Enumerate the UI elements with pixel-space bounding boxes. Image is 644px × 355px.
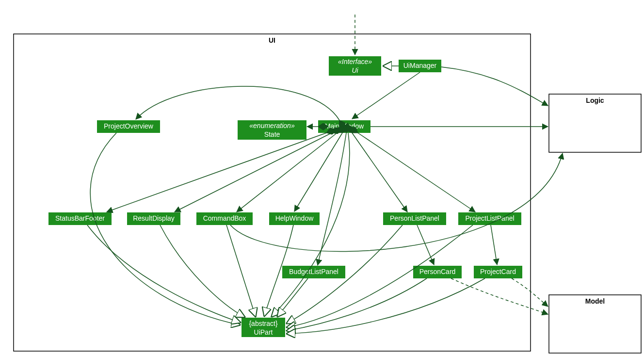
node-interface-ui-stereotype: «Interface» (338, 58, 372, 65)
node-person-list-panel-label: PersonListPanel (390, 214, 439, 222)
node-ui-manager-label: UiManager (403, 62, 437, 69)
node-command-box: CommandBox (196, 212, 253, 225)
node-ui-manager: UiManager (399, 60, 441, 72)
node-ui-part: {abstract} UiPart (242, 318, 285, 337)
node-project-overview: ProjectOverview (97, 120, 160, 133)
node-result-display: ResultDisplay (127, 212, 180, 225)
node-help-window-label: HelpWindow (275, 214, 314, 222)
node-ui-part-stereotype: {abstract} (249, 320, 277, 327)
node-result-display-label: ResultDisplay (133, 214, 175, 222)
node-enum-state: «enumeration» State (238, 120, 306, 140)
node-main-window-label: MainWindow (325, 122, 364, 130)
node-budget-list-panel: BudgetListPanel (282, 266, 345, 278)
node-help-window: HelpWindow (269, 212, 320, 225)
package-model-title: Model (585, 297, 605, 305)
node-interface-ui: «Interface» Ui (329, 56, 381, 76)
node-person-card: PersonCard (413, 266, 462, 278)
node-status-bar-footer: StatusBarFooter (48, 212, 112, 225)
node-project-card-label: ProjectCard (480, 268, 516, 275)
node-enum-state-name: State (264, 130, 280, 138)
node-ui-part-name: UiPart (254, 328, 273, 336)
package-logic-title: Logic (586, 97, 604, 104)
node-status-bar-footer-label: StatusBarFooter (55, 214, 105, 222)
package-ui-title: UI (269, 36, 275, 44)
node-interface-ui-name: Ui (352, 66, 358, 74)
node-enum-state-stereotype: «enumeration» (249, 122, 295, 129)
node-project-list-panel: ProjectListPanel (458, 212, 521, 225)
node-person-card-label: PersonCard (419, 268, 456, 275)
uml-diagram: UI Logic Model «Interface» Ui UiManager … (0, 0, 644, 355)
node-project-overview-label: ProjectOverview (104, 122, 154, 130)
package-ui (14, 34, 531, 351)
node-project-card: ProjectCard (474, 266, 522, 278)
node-person-list-panel: PersonListPanel (383, 212, 446, 225)
node-main-window: MainWindow (318, 120, 370, 133)
node-command-box-label: CommandBox (203, 214, 246, 222)
node-budget-list-panel-label: BudgetListPanel (289, 268, 338, 275)
